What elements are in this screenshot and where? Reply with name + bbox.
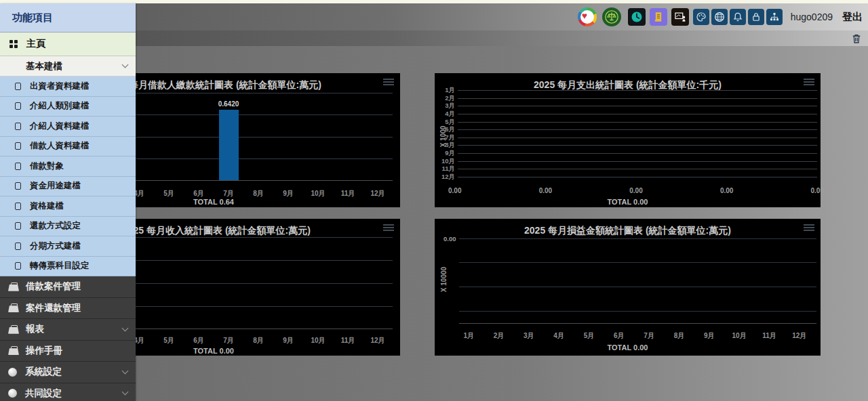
x-axis-ticks: 0.000.000.000.000.00: [448, 187, 824, 194]
sidebar-item-label: 案件還款管理: [26, 302, 81, 314]
chart-total: TOTAL 0.00: [435, 198, 821, 206]
month-label: 12月: [435, 173, 458, 182]
logo-scales-icon[interactable]: [602, 7, 621, 26]
chart-title: 2025 每月借款人繳款統計圖表 (統計金額單位:萬元): [105, 79, 321, 91]
sidebar-item-報表[interactable]: 報表: [0, 319, 136, 341]
month-label: 10月: [303, 189, 333, 198]
chart-panel-profit-loss: 2025 每月損益金額統計圖表 (統計金額單位:萬元) 0.00 X 10000…: [435, 219, 821, 356]
sidebar-item-出資者資料建檔[interactable]: 出資者資料建檔: [0, 77, 136, 97]
x-tick-label: 0.00: [448, 187, 461, 194]
gridline: [458, 98, 817, 99]
gridline: [458, 106, 817, 106]
sidebar-item-操作手冊[interactable]: 操作手冊: [0, 341, 136, 362]
sidebar-item-系統設定[interactable]: 系統設定: [0, 362, 136, 383]
month-row: 7月: [435, 134, 817, 142]
month-label: 7月: [634, 331, 664, 341]
month-label: 4月: [544, 331, 574, 341]
chevron-down-icon: [122, 324, 129, 331]
globe-icon[interactable]: [711, 9, 728, 25]
gridline: [459, 238, 816, 239]
gridline: [458, 169, 817, 169]
sidebar: 功能項目 主頁 基本建檔 出資者資料建檔介紹人類別建檔介紹人資料建檔借款人資料建…: [0, 3, 136, 401]
lock-icon[interactable]: [748, 9, 764, 25]
gridline: [458, 129, 817, 130]
square-outline-icon: [15, 102, 21, 110]
username[interactable]: hugo0209: [791, 12, 833, 22]
bar-july: [219, 110, 239, 180]
x-tick-label: 0.00: [629, 187, 642, 194]
month-label: 5月: [154, 336, 184, 345]
sidebar-item-介紹人類別建檔[interactable]: 介紹人類別建檔: [0, 97, 136, 117]
sidebar-item-轉傳票科目設定[interactable]: 轉傳票科目設定: [0, 257, 136, 277]
month-label: 11月: [333, 189, 363, 198]
sidebar-item-借款案件管理[interactable]: 借款案件管理: [0, 276, 136, 298]
x-axis-labels: 1月2月3月4月5月6月7月8月9月10月11月12月: [454, 331, 814, 341]
square-outline-icon: [15, 123, 21, 130]
palette-icon[interactable]: [693, 9, 709, 25]
month-label: 6月: [604, 331, 634, 341]
logo-flower-icon[interactable]: ♥: [578, 7, 597, 26]
month-label: 1月: [454, 331, 484, 341]
sidebar-item-還款方式設定[interactable]: 還款方式設定: [0, 217, 136, 237]
chart-menu-button[interactable]: [804, 224, 814, 232]
sidebar-item-label: 出資者資料建檔: [30, 81, 90, 92]
gridline: [459, 287, 816, 287]
gridline: [458, 177, 817, 177]
scroll-icon[interactable]: [650, 8, 667, 26]
topbar-icon-group: ♥: [578, 3, 865, 30]
month-label: 12月: [363, 336, 393, 345]
x-tick-label: 0.00: [539, 187, 552, 194]
sidebar-item-label: 分期方式建檔: [30, 240, 81, 252]
chevron-down-icon: [122, 367, 129, 374]
sidebar-item-借款對象[interactable]: 借款對象: [0, 156, 136, 177]
month-row: 1月: [435, 87, 817, 95]
month-label: 9月: [273, 189, 303, 198]
sidebar-item-label: 轉傳票科目設定: [30, 260, 90, 272]
chart-menu-button[interactable]: [383, 224, 394, 232]
month-label: 12月: [363, 189, 393, 198]
sidebar-item-借款人資料建檔[interactable]: 借款人資料建檔: [0, 137, 136, 157]
month-label: 8月: [664, 331, 694, 341]
month-label: 6月: [184, 336, 214, 345]
month-row: 2月: [435, 95, 817, 103]
month-label: 8月: [243, 189, 273, 198]
bell-icon[interactable]: [730, 9, 746, 25]
month-label: 10月: [724, 331, 754, 341]
x-tick-label: 0.00: [720, 187, 733, 194]
chart-panel-expense: 2025 每月支出統計圖表 (統計金額單位:千元) X 1000 1月2月3月4…: [435, 73, 821, 207]
month-label: 3月: [514, 331, 544, 341]
grid-icon: [9, 40, 18, 49]
month-label: 12月: [785, 331, 814, 341]
gridline: [458, 145, 817, 146]
sidebar-title: 功能項目: [0, 3, 136, 33]
sidebar-item-label: 介紹人資料建檔: [30, 121, 90, 132]
month-label: 9月: [273, 336, 303, 345]
sidebar-group-basic[interactable]: 基本建檔: [0, 56, 136, 77]
x-tick-label: 0.00: [811, 187, 824, 194]
sidebar-item-案件還款管理[interactable]: 案件還款管理: [0, 298, 136, 320]
sidebar-item-home[interactable]: 主頁: [0, 33, 136, 56]
chart-menu-button[interactable]: [383, 79, 394, 87]
month-row: 5月: [435, 118, 817, 126]
briefcase-icon: [8, 346, 19, 355]
sidebar-item-分期方式建檔[interactable]: 分期方式建檔: [0, 236, 136, 257]
presentation-icon[interactable]: [671, 8, 689, 26]
month-label: 5月: [574, 331, 604, 341]
chart-menu-button[interactable]: [804, 79, 814, 87]
sitemap-icon[interactable]: [766, 9, 783, 25]
sidebar-item-資金用途建檔[interactable]: 資金用途建檔: [0, 177, 136, 197]
sidebar-item-資格建檔[interactable]: 資格建檔: [0, 196, 136, 217]
briefcase-icon: [8, 325, 19, 334]
sidebar-item-介紹人資料建檔[interactable]: 介紹人資料建檔: [0, 117, 136, 137]
gridline: [458, 161, 817, 162]
sidebar-item-共同設定[interactable]: 共同設定: [0, 383, 136, 401]
sidebar-item-label: 資格建檔: [30, 200, 64, 212]
month-label: 10月: [303, 336, 333, 345]
chevron-down-icon: [122, 62, 129, 68]
square-outline-icon: [15, 242, 21, 250]
logout-button[interactable]: 登出: [842, 11, 863, 24]
square-outline-icon: [15, 203, 21, 210]
month-label: 7月: [214, 189, 243, 198]
clock-icon[interactable]: [628, 8, 646, 26]
trash-icon[interactable]: [850, 33, 863, 45]
